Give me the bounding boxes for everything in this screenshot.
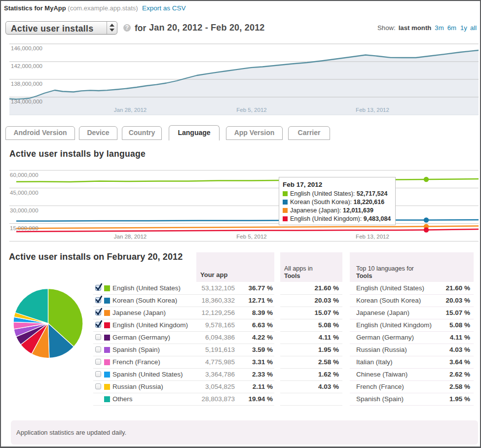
svg-text:45,000,000: 45,000,000 [10,190,38,196]
svg-text:Feb 5, 2012: Feb 5, 2012 [236,107,266,113]
svg-text:Jan 28, 2012: Jan 28, 2012 [114,234,147,240]
svg-text:Jan 28, 2012: Jan 28, 2012 [114,107,147,113]
svg-text:Feb 13, 2012: Feb 13, 2012 [356,234,389,240]
svg-text:146,000,000: 146,000,000 [11,45,42,51]
svg-text:Feb 13, 2012: Feb 13, 2012 [356,107,389,113]
svg-text:134,000,000: 134,000,000 [11,99,42,104]
svg-text:60,000,000: 60,000,000 [10,172,38,178]
svg-text:142,000,000: 142,000,000 [11,63,42,69]
svg-text:138,000,000: 138,000,000 [11,81,42,87]
svg-text:Feb 5, 2012: Feb 5, 2012 [236,234,266,240]
svg-text:30,000,000: 30,000,000 [10,207,38,213]
svg-text:15,000,000: 15,000,000 [10,225,38,231]
